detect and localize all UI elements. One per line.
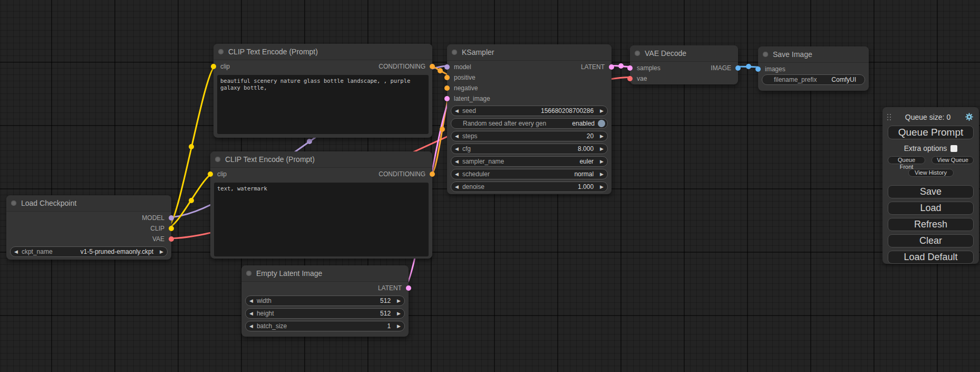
output-slot-clip[interactable] [169,226,174,231]
queue-front-button[interactable]: Queue Front [888,156,925,164]
widget-steps[interactable]: ◀ steps 20 ▶ [451,131,608,141]
widget-ckpt-name[interactable]: ◀ ckpt_name v1-5-pruned-emaonly.ckpt ▶ [10,246,168,257]
increment-icon[interactable]: ▶ [156,247,167,256]
widget-scheduler[interactable]: ◀ scheduler normal ▶ [451,169,608,179]
decrement-icon[interactable]: ◀ [11,247,22,256]
slot-row: model LATENT [447,62,612,72]
increment-icon[interactable]: ▶ [596,106,607,116]
panel-drag-handle-icon[interactable] [887,114,891,120]
collapse-dot-icon[interactable] [635,51,640,56]
widget-denoise[interactable]: ◀ denoise 1.000 ▶ [451,182,608,192]
collapse-dot-icon[interactable] [763,52,768,57]
view-history-button[interactable]: View History [908,169,954,177]
increment-icon[interactable]: ▶ [393,321,404,331]
node-vae-decode[interactable]: VAE Decode samples IMAGE vae [630,45,738,84]
increment-icon[interactable]: ▶ [596,157,607,166]
input-slot-images[interactable] [755,66,761,72]
input-slot-clip[interactable] [211,64,216,69]
decrement-icon[interactable]: ◀ [451,169,462,179]
decrement-icon[interactable]: ◀ [451,106,462,116]
queue-prompt-button[interactable]: Queue Prompt [888,126,974,139]
node-title: Empty Latent Image [256,269,322,278]
node-ksampler[interactable]: KSampler model LATENT positive negative … [447,44,612,194]
widget-cfg[interactable]: ◀ cfg 8.000 ▶ [451,144,608,154]
output-slot-conditioning[interactable] [430,64,435,69]
widget-width[interactable]: ◀ width 512 ▶ [245,295,405,306]
clear-button[interactable]: Clear [888,234,974,247]
output-slot-image[interactable] [735,65,741,71]
widget-batch-size[interactable]: ◀ batch_size 1 ▶ [245,321,405,331]
node-header[interactable]: KSampler [447,44,612,61]
view-queue-button[interactable]: View Queue [932,156,974,164]
refresh-button[interactable]: Refresh [888,218,974,231]
node-title: Save Image [773,50,812,59]
input-slot-positive[interactable] [444,75,450,80]
input-slot-negative[interactable] [444,85,450,91]
slot-row: clip CONDITIONING [210,169,432,179]
settings-gear-icon[interactable] [965,112,974,121]
increment-icon[interactable]: ▶ [393,309,404,318]
slot-row: clip CONDITIONING [214,61,432,72]
decrement-icon[interactable]: ◀ [451,144,462,154]
node-header[interactable]: Empty Latent Image [241,265,409,282]
save-button[interactable]: Save [888,185,974,198]
load-button[interactable]: Load [888,202,974,215]
extra-options-label: Extra options [904,144,947,152]
extra-options-checkbox[interactable] [950,145,957,152]
collapse-dot-icon[interactable] [246,271,251,276]
load-default-button[interactable]: Load Default [888,251,974,264]
slot-row: negative [447,83,612,93]
increment-icon[interactable]: ▶ [393,296,404,306]
output-slot-latent[interactable] [406,285,411,291]
node-title: VAE Decode [645,49,686,58]
widget-filename-prefix[interactable]: filename_prefix ComfyUI [762,74,865,85]
node-load-checkpoint[interactable]: Load Checkpoint MODEL CLIP VAE ◀ ckpt_na… [6,195,171,260]
output-slot-model[interactable] [169,215,174,221]
slot-row: CLIP [6,223,171,234]
input-slot-latent-image[interactable] [444,96,450,101]
input-slot-samples[interactable] [627,65,633,71]
decrement-icon[interactable]: ◀ [246,309,257,318]
output-slot-latent[interactable] [609,64,614,70]
output-slot-vae[interactable] [169,236,174,242]
toggle-indicator-icon[interactable] [598,120,605,127]
collapse-dot-icon[interactable] [218,49,224,54]
link-midpoint-dot [189,144,194,149]
increment-icon[interactable]: ▶ [596,144,607,154]
node-empty-latent-image[interactable]: Empty Latent Image LATENT ◀ width 512 ▶ … [241,265,409,337]
node-clip-text-encode-positive[interactable]: CLIP Text Encode (Prompt) clip CONDITION… [214,44,432,138]
node-title: CLIP Text Encode (Prompt) [228,47,318,56]
prompt-textarea[interactable]: beautiful scenery nature glass bottle la… [217,75,429,134]
decrement-icon[interactable]: ◀ [451,157,462,166]
widget-random-seed-toggle[interactable]: Random seed after every gen enabled [451,118,608,129]
node-header[interactable]: CLIP Text Encode (Prompt) [210,151,432,168]
node-header[interactable]: Save Image [758,46,869,63]
node-title: Load Checkpoint [21,199,76,207]
decrement-icon[interactable]: ◀ [246,321,257,331]
widget-seed[interactable]: ◀ seed 156680208700286 ▶ [451,106,608,116]
collapse-dot-icon[interactable] [11,201,16,206]
decrement-icon[interactable]: ◀ [451,131,462,141]
slot-row: positive [447,72,612,83]
widget-sampler-name[interactable]: ◀ sampler_name euler ▶ [451,156,608,167]
node-header[interactable]: VAE Decode [630,45,738,62]
input-slot-model[interactable] [444,64,450,70]
input-slot-clip[interactable] [208,171,213,177]
collapse-dot-icon[interactable] [215,157,220,162]
output-slot-conditioning[interactable] [430,171,435,177]
graph-canvas[interactable]: Load Checkpoint MODEL CLIP VAE ◀ ckpt_na… [0,0,980,372]
prompt-textarea[interactable]: text, watermark [214,183,429,256]
node-save-image[interactable]: Save Image images filename_prefix ComfyU… [758,46,869,91]
increment-icon[interactable]: ▶ [596,169,607,179]
decrement-icon[interactable]: ◀ [246,296,257,306]
node-header[interactable]: CLIP Text Encode (Prompt) [214,44,432,60]
decrement-icon[interactable]: ◀ [451,182,462,192]
input-slot-vae[interactable] [627,76,633,81]
widget-height[interactable]: ◀ height 512 ▶ [245,308,405,319]
node-clip-text-encode-negative[interactable]: CLIP Text Encode (Prompt) clip CONDITION… [210,151,432,259]
increment-icon[interactable]: ▶ [596,131,607,141]
collapse-dot-icon[interactable] [452,50,457,55]
increment-icon[interactable]: ▶ [596,182,607,192]
slot-row: samples IMAGE [630,63,738,73]
node-header[interactable]: Load Checkpoint [6,195,171,212]
